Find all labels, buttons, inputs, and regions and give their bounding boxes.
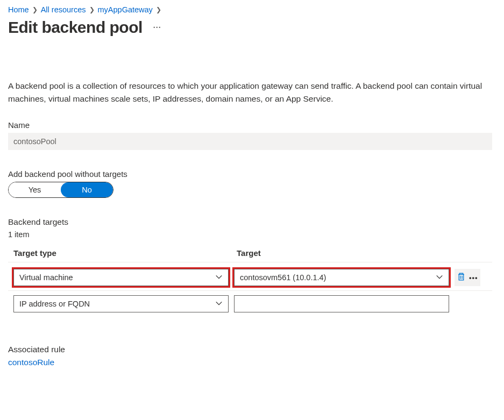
name-input[interactable] [8, 133, 492, 150]
toggle-yes[interactable]: Yes [9, 182, 61, 197]
backend-targets-count: 1 item [8, 230, 496, 239]
chevron-down-icon [215, 300, 223, 309]
dropdown-value: contosovm561 (10.0.1.4) [240, 273, 326, 282]
table-row: IP address or FQDN [8, 295, 492, 317]
chevron-right-icon: ❯ [32, 6, 38, 13]
breadcrumb-home[interactable]: Home [8, 5, 29, 14]
chevron-right-icon: ❯ [156, 6, 161, 13]
dropdown-value: Virtual machine [19, 273, 73, 282]
target-type-dropdown[interactable]: IP address or FQDN [13, 295, 229, 312]
chevron-down-icon [436, 273, 443, 282]
target-type-dropdown[interactable]: Virtual machine [13, 269, 229, 286]
page-title: Edit backend pool [8, 18, 143, 37]
dropdown-value: IP address or FQDN [19, 300, 90, 308]
toggle-no[interactable]: No [61, 182, 113, 197]
breadcrumb-myappgateway[interactable]: myAppGateway [98, 5, 153, 14]
chevron-right-icon: ❯ [89, 6, 95, 13]
backend-targets-header: Backend targets [8, 217, 496, 227]
without-targets-toggle[interactable]: Yes No [8, 182, 113, 198]
name-label: Name [8, 120, 496, 130]
associated-rule-link[interactable]: contosoRule [8, 358, 54, 367]
associated-rule-label: Associated rule [8, 345, 496, 354]
breadcrumb-all-resources[interactable]: All resources [41, 5, 86, 14]
row-actions: ••• [455, 269, 480, 286]
delete-icon[interactable] [457, 272, 466, 283]
targets-table-header: Target type Target [8, 248, 492, 262]
more-actions-button[interactable]: ··· [153, 23, 161, 32]
target-dropdown[interactable]: contosovm561 (10.0.1.4) [234, 269, 449, 286]
without-targets-label: Add backend pool without targets [8, 169, 496, 179]
target-input[interactable] [234, 295, 449, 312]
column-target: Target [237, 248, 492, 258]
page-description: A backend pool is a collection of resour… [8, 80, 495, 105]
breadcrumb: Home ❯ All resources ❯ myAppGateway ❯ [8, 5, 496, 14]
chevron-down-icon [215, 273, 223, 282]
column-target-type: Target type [13, 248, 237, 258]
table-row: Virtual machine contosovm561 (10.0.1.4) … [8, 269, 492, 291]
row-more-icon[interactable]: ••• [469, 274, 478, 282]
